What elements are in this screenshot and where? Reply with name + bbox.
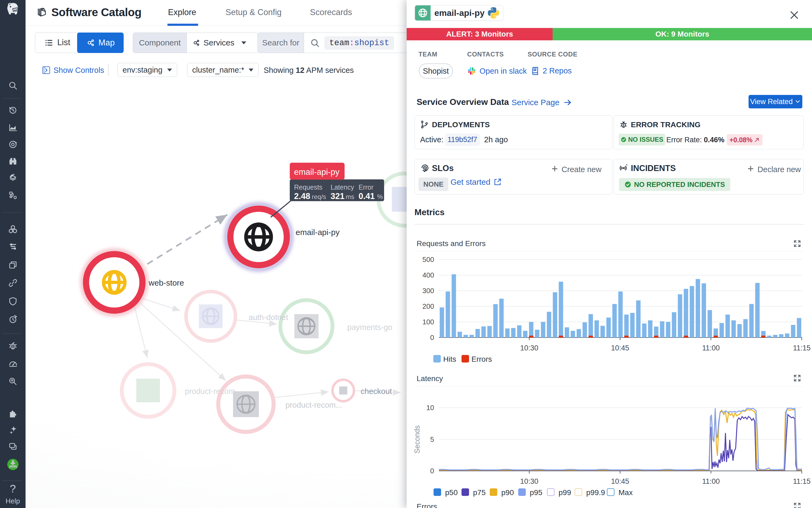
svg-text:11:15: 11:15 [793, 477, 811, 485]
svg-text:2.48: 2.48 [294, 192, 310, 201]
svg-text:0: 0 [430, 467, 434, 475]
svg-text:Latency: Latency [330, 183, 354, 191]
svg-text:auth-dotnet: auth-dotnet [249, 313, 288, 322]
svg-text:email-api-py: email-api-py [294, 167, 340, 177]
svg-text:%: % [377, 193, 383, 200]
svg-text:Error: Error [359, 183, 374, 191]
svg-text:email-api-py: email-api-py [296, 228, 340, 237]
svg-text:ms: ms [346, 193, 354, 200]
svg-text:10:45: 10:45 [611, 477, 629, 485]
svg-text:10: 10 [426, 404, 434, 412]
svg-text:checkout: checkout [361, 387, 392, 395]
svg-text:Seconds: Seconds [413, 425, 421, 454]
svg-text:0.41: 0.41 [359, 192, 375, 201]
svg-text:web-store: web-store [148, 278, 184, 287]
svg-text:payments-go: payments-go [347, 323, 393, 332]
svg-text:11:00: 11:00 [702, 477, 720, 485]
svg-text:req/s: req/s [312, 193, 326, 200]
svg-text:product-recom...: product-recom... [185, 387, 242, 395]
svg-text:5: 5 [430, 435, 434, 443]
svg-text:321: 321 [330, 192, 345, 201]
svg-text:product-recom...: product-recom... [285, 401, 342, 409]
svg-text:10:30: 10:30 [520, 477, 538, 485]
svg-text:Requests: Requests [294, 183, 322, 191]
